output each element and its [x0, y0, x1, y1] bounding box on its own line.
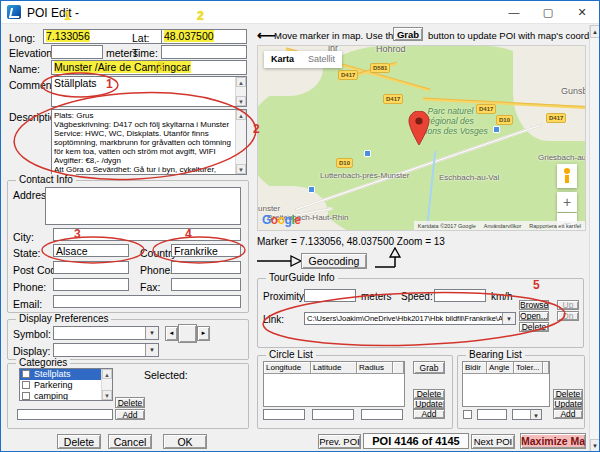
bearing-delete-button[interactable]: Delete [553, 389, 583, 399]
pegman-control[interactable] [557, 164, 577, 188]
minimize-button[interactable]: — [497, 1, 531, 24]
circle-add-button[interactable]: Add [413, 409, 445, 419]
latitude-field[interactable]: 48.037500 [161, 29, 247, 44]
description-field[interactable]: Plats: Grus Vägbeskrivning: D417 och föl… [51, 109, 247, 175]
chevron-down-icon[interactable] [145, 327, 158, 339]
attribution-terms-link[interactable]: Användarvillkor [484, 223, 522, 229]
symbol-next-button[interactable]: ► [197, 326, 210, 341]
next-poi-button[interactable]: Next POI [471, 434, 515, 449]
link-dropdown[interactable]: C:\Users\Joakim\OneDrive\Hbk2017\Hbk bil… [304, 312, 516, 325]
phone-field[interactable] [53, 278, 129, 291]
maximize-map-button[interactable]: Maximize Map [520, 433, 586, 449]
time-field[interactable] [161, 45, 247, 59]
circle-list-table[interactable]: Longitude Latitude Radius [263, 361, 405, 407]
circle-update-button[interactable]: Update [413, 399, 445, 409]
bearing-list-table[interactable]: Bidir Angle Toler... [462, 361, 550, 407]
open-button[interactable]: Open... [519, 311, 549, 321]
column-header[interactable]: Bidir [463, 362, 487, 374]
email-field[interactable] [53, 295, 241, 308]
scroll-up-icon[interactable]: ▲ [236, 77, 246, 87]
bearing-toler-dropdown[interactable] [512, 409, 542, 420]
comment-field[interactable]: Ställplats ▲ ▼ [51, 76, 247, 107]
geocoding-button[interactable]: Geocoding [301, 253, 367, 269]
address-field[interactable] [45, 187, 241, 225]
map-type-control: Karta Satellit [264, 51, 342, 68]
circle-latitude-input[interactable] [312, 409, 354, 420]
display-dropdown[interactable] [53, 343, 159, 357]
categories-listbox[interactable]: Stellplats Parkering camping ▲ ▼ [19, 368, 113, 401]
delete-button[interactable]: Delete [57, 434, 101, 449]
scroll-down-icon[interactable]: ▼ [102, 390, 112, 400]
symbol-prev-button[interactable]: ◄ [165, 326, 178, 341]
scroll-down-icon[interactable]: ▼ [236, 96, 246, 106]
column-header[interactable]: Longitude [264, 362, 311, 374]
elevation-field[interactable] [51, 45, 103, 59]
column-header[interactable] [543, 362, 549, 374]
symbol-dropdown[interactable] [53, 326, 159, 340]
country-field[interactable]: Frankrike [171, 244, 241, 257]
post-code-field[interactable] [53, 261, 129, 274]
transit-marker-icon[interactable] [364, 150, 371, 157]
chevron-down-icon[interactable] [530, 410, 541, 419]
maximize-button[interactable]: ▢ [531, 1, 565, 24]
checkbox-icon[interactable] [22, 392, 30, 400]
map-marker-pin-icon[interactable] [408, 111, 430, 145]
transit-marker-icon[interactable] [308, 186, 315, 193]
bidir-checkbox[interactable] [463, 410, 472, 419]
checkbox-icon[interactable] [22, 381, 30, 389]
close-button[interactable]: ✕ [565, 1, 599, 24]
tg-delete-button[interactable]: Delete [519, 322, 549, 332]
scroll-down-icon[interactable]: ▼ [590, 439, 600, 452]
column-header[interactable] [393, 362, 404, 374]
bearing-add-button[interactable]: Add [553, 409, 583, 419]
scroll-up-icon[interactable]: ▲ [236, 110, 246, 120]
proximity-field[interactable] [304, 289, 356, 302]
category-add-button[interactable]: Add [115, 409, 145, 420]
category-item[interactable]: Parkering [20, 380, 112, 391]
ok-button[interactable]: OK [163, 434, 207, 449]
category-input[interactable] [17, 409, 113, 420]
move-marker-instruction-post: button to update POI with map's coordina… [428, 30, 600, 41]
grab-button[interactable]: Grab [393, 27, 423, 41]
circle-longitude-input[interactable] [263, 409, 305, 420]
column-header[interactable]: Toler... [514, 362, 543, 374]
categories-scrollbar[interactable]: ▲ ▼ [101, 369, 112, 400]
column-header[interactable]: Latitude [311, 362, 357, 374]
column-header[interactable]: Radius [357, 362, 393, 374]
window-scrollbar[interactable]: ▲ ▼ [589, 25, 600, 452]
description-scrollbar[interactable]: ▲ ▼ [235, 110, 246, 174]
attribution-report-link[interactable]: Rapportera ett kartfel [529, 223, 581, 229]
chevron-down-icon[interactable] [145, 344, 158, 356]
fax-field[interactable] [171, 278, 241, 291]
category-item[interactable]: Stellplats [20, 369, 112, 380]
scroll-up-icon[interactable]: ▲ [102, 369, 112, 379]
city-field[interactable] [53, 228, 241, 241]
circle-grab-button[interactable]: Grab [413, 361, 445, 374]
name-field[interactable]: Munster /Aire de Campingcar [51, 60, 247, 75]
bearing-angle-input[interactable] [477, 409, 507, 420]
browse-button[interactable]: Browse... [519, 300, 549, 310]
speed-field[interactable] [434, 289, 486, 302]
up-button[interactable]: Up [557, 300, 579, 310]
bearing-update-button[interactable]: Update [553, 399, 583, 409]
google-map[interactable]: D417 D417 D417 D417 D581 D10 D10 ihr Hoh… [257, 45, 586, 231]
state-field[interactable]: Alsace [53, 244, 129, 257]
category-delete-button[interactable]: Delete [115, 397, 145, 408]
map-type-satellit-button[interactable]: Satellit [301, 51, 342, 68]
checkbox-icon[interactable] [22, 370, 30, 378]
transit-marker-icon[interactable] [493, 126, 500, 133]
scroll-up-icon[interactable]: ▲ [590, 25, 600, 38]
column-header[interactable]: Angle [487, 362, 514, 374]
chevron-down-icon[interactable] [502, 313, 515, 324]
zoom-in-button[interactable]: + [557, 192, 577, 212]
dn-button[interactable]: Dn [557, 311, 579, 321]
circle-radius-input[interactable] [361, 409, 403, 420]
map-type-karta-button[interactable]: Karta [264, 51, 301, 68]
phone2-field[interactable] [171, 261, 241, 274]
category-item[interactable]: camping [20, 391, 112, 401]
prev-poi-button[interactable]: Prev. POI [318, 434, 361, 449]
comment-scrollbar[interactable]: ▲ ▼ [235, 77, 246, 106]
circle-delete-button[interactable]: Delete [413, 389, 445, 399]
scroll-down-icon[interactable]: ▼ [236, 164, 246, 174]
cancel-button[interactable]: Cancel [108, 434, 152, 449]
